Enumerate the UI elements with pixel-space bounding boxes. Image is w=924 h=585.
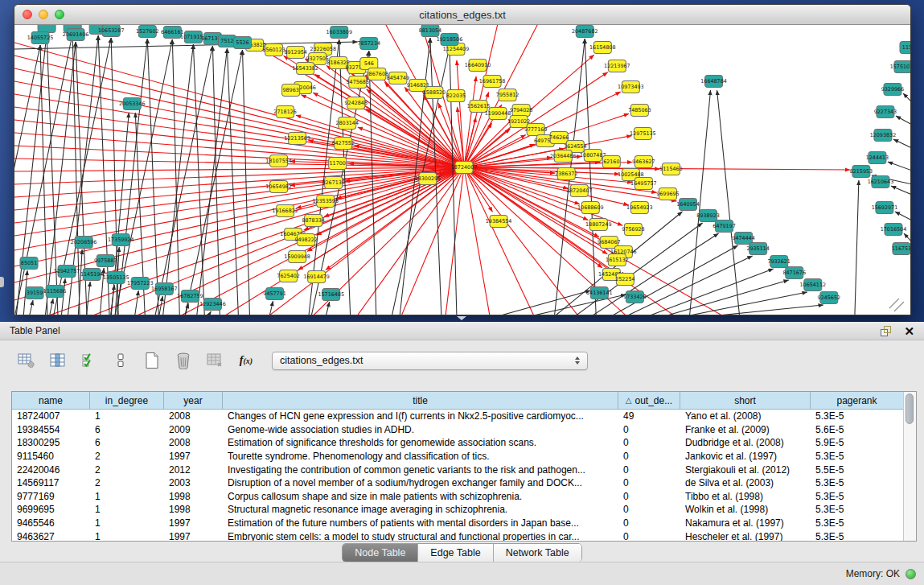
graph-node[interactable]: 8471676 — [782, 267, 805, 279]
graph-node[interactable]: 7386372 — [555, 168, 577, 180]
panel-splitter-handle[interactable] — [457, 316, 466, 320]
column-header-pagerank[interactable]: pagerank — [811, 392, 903, 409]
graph-node[interactable]: 12353593 — [312, 196, 339, 208]
graph-node[interactable]: 7932621 — [767, 256, 790, 268]
graph-node[interactable]: 16958167 — [151, 283, 178, 295]
graph-node[interactable]: 12213563 — [284, 133, 310, 145]
graph-node[interactable]: 1527602 — [136, 26, 158, 38]
graph-node[interactable]: 18107554 — [265, 155, 292, 167]
column-header-year[interactable]: year — [164, 392, 223, 409]
table-selector-dropdown[interactable]: citations_edges.txt — [272, 352, 588, 370]
graph-node[interactable]: 1145194 — [80, 269, 103, 281]
graph-node[interactable]: 10654112 — [800, 279, 827, 291]
table-row[interactable]: 1456911722003Disruption of a novel membe… — [12, 476, 903, 490]
network-graph[interactable]: 1872400775638228560123891295423226058932… — [14, 25, 910, 315]
column-header-short[interactable]: short — [680, 392, 811, 409]
graph-node[interactable]: 1588520 — [423, 87, 446, 99]
graph-node[interactable]: 16640910 — [465, 60, 491, 72]
graph-node[interactable]: 85051 — [20, 257, 38, 270]
graph-node[interactable]: 5526 — [233, 37, 251, 49]
graph-node[interactable]: 1615132 — [606, 254, 628, 266]
graph-node[interactable]: 19218506 — [437, 34, 463, 46]
graph-node[interactable]: 12213967 — [604, 60, 630, 72]
graph-node[interactable]: 252254 — [615, 274, 634, 286]
graph-node[interactable]: 9699695 — [656, 188, 679, 200]
network-canvas[interactable]: 1872400775638228560123891295423226058932… — [14, 25, 910, 315]
graph-node[interactable]: 62160 — [602, 156, 620, 168]
collapsed-panel-handle[interactable] — [0, 277, 4, 287]
graph-node[interactable]: 17016504 — [881, 224, 907, 236]
column-header-out-degree[interactable]: △ out_de... — [618, 392, 680, 409]
graph-node[interactable]: 13505135 — [103, 272, 129, 284]
graph-node[interactable]: 1244413 — [866, 152, 889, 164]
graph-node[interactable]: 10653287 — [98, 25, 125, 37]
graph-node[interactable]: 8427552 — [331, 138, 354, 150]
graph-node[interactable]: 10654982 — [265, 181, 292, 193]
graph-node[interactable]: 19384554 — [486, 216, 512, 228]
graph-node[interactable]: 8878334 — [302, 215, 324, 227]
graph-node[interactable]: 19166822 — [272, 205, 298, 217]
graph-node[interactable]: 9245652 — [818, 292, 840, 304]
graph-node[interactable]: 10807487 — [580, 150, 606, 162]
graph-node[interactable]: 20364486 — [550, 150, 577, 163]
graph-node[interactable]: 9733426 — [623, 291, 646, 303]
graph-node[interactable]: 18724007 — [451, 162, 478, 174]
graph-node[interactable]: 12093832 — [870, 130, 897, 142]
graph-node[interactable]: 9756928 — [622, 224, 644, 236]
graph-node[interactable]: 9457791 — [263, 288, 285, 300]
close-window-button[interactable] — [23, 10, 32, 19]
graph-node[interactable]: 1112 — [900, 42, 910, 54]
graph-node[interactable]: 7857234 — [358, 38, 380, 50]
graph-node[interactable]: 1640954 — [676, 199, 699, 211]
graph-node[interactable]: 14136141 — [586, 287, 613, 299]
graph-node[interactable]: 9227343 — [874, 106, 897, 118]
float-window-icon[interactable] — [881, 326, 891, 336]
graph-node[interactable]: 116753 — [892, 243, 910, 255]
graph-node[interactable]: 10688609 — [577, 202, 604, 214]
table-row[interactable]: 946554611997Estimation of the future num… — [12, 517, 903, 530]
graph-node[interactable]: 20487682 — [572, 26, 598, 38]
table-row[interactable]: 1830029562008Estimation of significance … — [12, 436, 903, 450]
graph-node[interactable]: 9463627 — [632, 156, 655, 168]
graph-node[interactable]: 8267130 — [322, 177, 344, 189]
show-columns-button[interactable] — [47, 351, 68, 370]
tab-network-table[interactable]: Network Table — [494, 544, 581, 562]
scrollbar-thumb[interactable] — [906, 393, 914, 424]
tab-node-table[interactable]: Node Table — [343, 544, 418, 562]
select-columns-button[interactable] — [79, 351, 100, 370]
graph-node[interactable]: 15751074 — [890, 61, 910, 73]
new-table-button[interactable] — [142, 351, 162, 370]
graph-node[interactable]: 17957223 — [127, 278, 154, 290]
graph-node[interactable]: 16210643 — [868, 176, 894, 188]
graph-node[interactable]: 10973493 — [618, 81, 644, 93]
graph-node[interactable]: 8912954 — [284, 47, 306, 59]
column-header-in-degree[interactable]: in_degree — [90, 392, 164, 409]
table-row[interactable]: 969969511998Structural magnetic resonanc… — [12, 503, 903, 517]
graph-node[interactable]: 9777169 — [524, 124, 547, 136]
graph-node[interactable]: 16648784 — [700, 76, 727, 88]
graph-node[interactable]: 16495757 — [630, 178, 657, 190]
graph-node[interactable]: 39159 — [26, 287, 43, 299]
graph-node[interactable]: 11700 — [329, 158, 347, 170]
table-row[interactable]: 1938455462009Genome-wide association stu… — [12, 423, 903, 437]
graph-node[interactable]: 16033809 — [326, 27, 352, 39]
graph-node[interactable]: 98963 — [282, 84, 300, 97]
graph-node[interactable]: 7485063 — [628, 105, 651, 117]
graph-node[interactable]: 12942757 — [54, 266, 80, 278]
graph-node[interactable]: 9115460 — [659, 163, 682, 175]
graph-node[interactable]: 17359924 — [108, 234, 134, 246]
graph-node[interactable]: 9498222 — [294, 234, 317, 246]
row-height-button[interactable] — [110, 351, 131, 370]
table-mode-button[interactable] — [16, 351, 37, 370]
column-header-title[interactable]: title — [223, 392, 618, 409]
graph-node[interactable]: 1115686 — [43, 286, 66, 298]
graph-node[interactable]: 15716485 — [318, 289, 344, 301]
graph-node[interactable]: 8560123 — [262, 44, 285, 56]
graph-node[interactable]: 15692971 — [872, 202, 898, 214]
tab-edge-table[interactable]: Edge Table — [418, 544, 493, 562]
graph-node[interactable]: 18720407 — [566, 185, 593, 197]
graph-node[interactable]: 822035 — [446, 90, 466, 102]
graph-node[interactable]: 2718126 — [273, 106, 296, 118]
table-row[interactable]: 977716911998Corpus callosum shape and si… — [12, 490, 903, 504]
graph-node[interactable]: 12975135 — [630, 128, 656, 140]
